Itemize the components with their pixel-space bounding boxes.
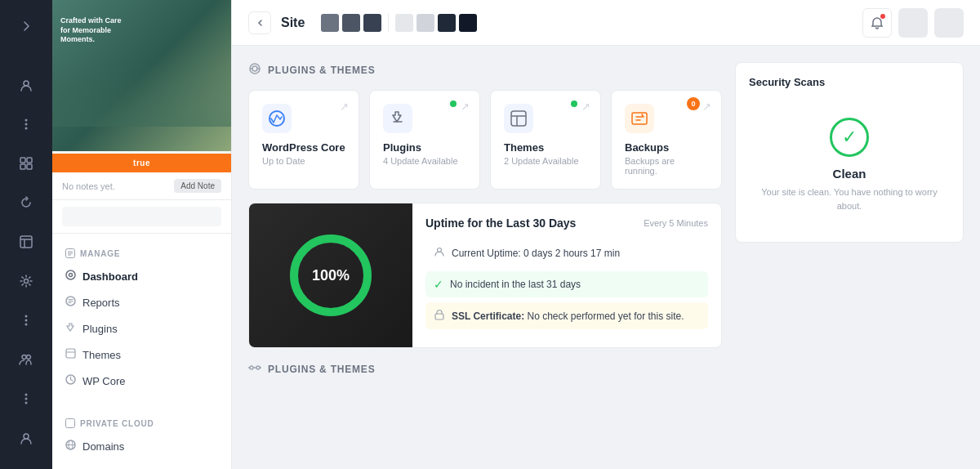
swatch-divider: [388, 14, 389, 32]
dashboard-label: Dashboard: [82, 270, 138, 283]
plugins-themes-header: PLUGINS & THEMES: [248, 62, 722, 78]
svg-point-3: [25, 127, 28, 130]
plugins-card-icon: [383, 104, 412, 133]
profile-icon[interactable]: [10, 422, 42, 454]
site-title: Site: [281, 16, 305, 30]
current-uptime-stat: Current Uptime: 0 days 2 hours 17 min: [425, 239, 708, 266]
svg-point-16: [27, 355, 31, 360]
refresh-icon[interactable]: [10, 186, 42, 219]
donut-chart: 100%: [286, 230, 376, 320]
wp-core-card-subtitle: Up to Date: [262, 156, 345, 166]
sidebar-item-dashboard[interactable]: Dashboard: [52, 263, 231, 289]
user-avatar[interactable]: [898, 8, 928, 38]
settings-icon[interactable]: [10, 265, 42, 297]
more-dots3-icon[interactable]: [10, 382, 42, 415]
backups-badge: 0: [687, 97, 700, 110]
private-cloud-section: PRIVATE CLOUD Domains: [52, 404, 231, 469]
private-cloud-title: PRIVATE CLOUD: [52, 413, 231, 433]
swatch-2[interactable]: [342, 14, 360, 32]
backups-card[interactable]: 0 ↗ Backups Backups are running.: [611, 90, 722, 190]
domains-label: Domains: [82, 440, 124, 453]
one-click-login-btn[interactable]: true: [52, 154, 231, 172]
uptime-chart: 100%: [249, 203, 412, 347]
svg-rect-30: [66, 419, 75, 428]
svg-rect-42: [632, 113, 647, 124]
uptime-title: Uptime for the Last 30 Days: [425, 217, 576, 230]
svg-point-35: [252, 66, 257, 71]
plugins-themes-bottom-title: PLUGINS & THEMES: [268, 364, 375, 375]
plugins-card[interactable]: ↗ Plugins 4 Update Available: [369, 90, 480, 190]
sidebar-item-wpcore[interactable]: WP Core: [52, 368, 231, 394]
themes-icon: [65, 348, 76, 361]
svg-rect-28: [66, 349, 75, 358]
swatch-1[interactable]: [321, 14, 339, 32]
security-card: Security Scans ✓ Clean Your site is clea…: [735, 62, 964, 243]
security-status-title: Clean: [833, 167, 866, 181]
table-icon[interactable]: [10, 226, 42, 258]
nav-bar: [0, 0, 52, 469]
back-button[interactable]: [248, 11, 271, 34]
color-swatches: [321, 14, 477, 32]
team-icon[interactable]: [10, 343, 42, 376]
ssl-cert-stat: SSL Certificate: No check performed yet …: [425, 302, 708, 329]
content-area: PLUGINS & THEMES ↗ WordPress Core: [232, 46, 980, 469]
security-status: ✓ Clean Your site is clean. You have not…: [749, 101, 950, 229]
themes-card[interactable]: ↗ Themes 2 Update Available: [490, 90, 601, 190]
menu-avatar[interactable]: [934, 8, 964, 38]
ssl-icon: [434, 309, 445, 323]
backups-card-icon: [625, 104, 654, 133]
add-note-button[interactable]: Add Note: [174, 179, 221, 193]
svg-point-1: [25, 119, 28, 122]
themes-card-subtitle: 2 Update Available: [504, 156, 587, 166]
sidebar-item-themes[interactable]: Themes: [52, 342, 231, 368]
swatch-7[interactable]: [459, 14, 477, 32]
plugins-themes-icon: [248, 62, 261, 78]
notifications-button[interactable]: [862, 8, 892, 38]
more-dots2-icon[interactable]: [10, 304, 42, 337]
svg-point-25: [66, 270, 75, 279]
swatch-3[interactable]: [363, 14, 381, 32]
themes-label: Themes: [82, 349, 121, 361]
wp-core-card-icon: [262, 104, 292, 133]
plugins-themes-title: PLUGINS & THEMES: [268, 65, 375, 76]
svg-rect-6: [20, 164, 25, 169]
plugins-themes-bottom-icon: [248, 361, 261, 377]
themes-card-icon: [504, 104, 533, 133]
site-preview: Crafted with Carefor MemorableMoments. t…: [52, 0, 231, 172]
wpcore-icon: [65, 374, 76, 387]
wp-core-arrow-icon: ↗: [340, 100, 349, 113]
sidebar-item-plugins[interactable]: Plugins: [52, 315, 231, 342]
site-url-bar: [52, 200, 231, 234]
sidebar-item-domains[interactable]: Domains: [52, 433, 231, 459]
swatch-6[interactable]: [438, 14, 456, 32]
svg-point-20: [24, 434, 29, 439]
wordpress-core-card[interactable]: ↗ WordPress Core Up to Date: [248, 90, 359, 190]
manage-section: MANAGE Dashboard Reports: [52, 234, 231, 404]
no-incident-stat: ✓ No incident in the last 31 days: [425, 271, 708, 297]
svg-point-15: [22, 355, 26, 360]
swatch-5[interactable]: [416, 14, 434, 32]
swatch-4[interactable]: [395, 14, 413, 32]
more-dots-icon[interactable]: [10, 108, 42, 141]
plugins-themes-bottom: PLUGINS & THEMES: [248, 361, 722, 389]
svg-point-13: [25, 319, 28, 322]
main-content: Site: [232, 0, 980, 469]
wp-core-card-title: WordPress Core: [262, 141, 345, 154]
top-bar-right: [862, 8, 964, 38]
backups-card-subtitle: Backups are running.: [625, 156, 708, 176]
current-uptime-text: Current Uptime: 0 days 2 hours 17 min: [452, 248, 620, 259]
domains-icon: [65, 440, 76, 453]
svg-point-2: [25, 123, 28, 126]
uptime-frequency: Every 5 Minutes: [644, 218, 708, 228]
grid-icon[interactable]: [10, 147, 42, 180]
svg-point-19: [25, 402, 28, 404]
user-circle-icon[interactable]: [10, 69, 42, 101]
dashboard-icon: [65, 270, 76, 283]
sidebar-item-reports[interactable]: Reports: [52, 289, 231, 315]
plugins-themes-bottom-header: PLUGINS & THEMES: [248, 361, 722, 377]
plugins-card-title: Plugins: [383, 141, 466, 154]
expand-icon[interactable]: [10, 10, 42, 42]
reports-label: Reports: [82, 297, 120, 309]
svg-point-0: [24, 81, 29, 86]
svg-rect-8: [20, 236, 32, 248]
